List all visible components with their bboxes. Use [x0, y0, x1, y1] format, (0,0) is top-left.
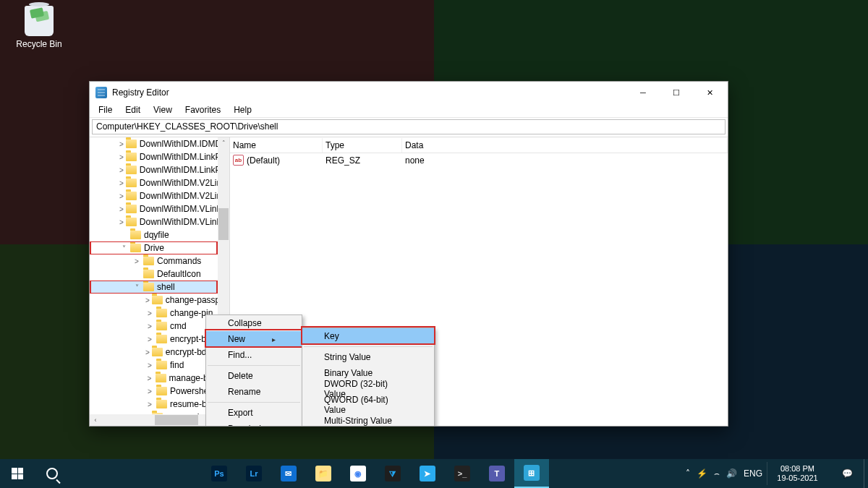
- tree-item[interactable]: DefaultIcon: [90, 267, 218, 281]
- recycle-bin-icon[interactable]: Recycle Bin: [13, 6, 65, 49]
- expand-closed-icon[interactable]: >: [145, 400, 154, 408]
- tree-item[interactable]: ˅Drive: [90, 241, 218, 254]
- value-row[interactable]: ab (Default) REG_SZ none: [230, 153, 728, 167]
- expand-closed-icon[interactable]: >: [145, 296, 150, 304]
- menu-item-collapse[interactable]: Collapse: [206, 315, 302, 331]
- menu-file[interactable]: File: [93, 104, 118, 116]
- expand-closed-icon[interactable]: >: [145, 387, 154, 395]
- col-name-header[interactable]: Name: [230, 138, 323, 153]
- menu-help[interactable]: Help: [228, 104, 258, 116]
- col-data-header[interactable]: Data: [402, 138, 728, 153]
- language-indicator[interactable]: ENG: [744, 468, 762, 479]
- start-button[interactable]: [0, 459, 35, 488]
- taskbar-app-lightroom[interactable]: Lr: [237, 459, 271, 488]
- expand-closed-icon[interactable]: >: [145, 348, 150, 356]
- tray-chevron-icon[interactable]: ˄: [686, 468, 690, 479]
- menu-item-rename[interactable]: Rename: [206, 384, 302, 400]
- close-button[interactable]: ✕: [693, 82, 726, 103]
- expand-closed-icon[interactable]: >: [145, 361, 154, 369]
- taskbar-app-vscode[interactable]: ⧩: [375, 459, 410, 488]
- tree-item[interactable]: >manage-bde: [90, 372, 218, 385]
- system-tray[interactable]: ˄ ⚡ ⌢ 🔊 ENG: [681, 468, 767, 479]
- address-bar[interactable]: Computer\HKEY_CLASSES_ROOT\Drive\shell: [92, 119, 726, 134]
- expand-closed-icon[interactable]: >: [145, 309, 154, 317]
- taskbar-app-mail[interactable]: ✉: [271, 459, 306, 488]
- titlebar[interactable]: Registry Editor ─ ☐ ✕: [90, 82, 728, 103]
- minimize-button[interactable]: ─: [626, 82, 660, 103]
- expand-open-icon[interactable]: ˅: [119, 244, 128, 252]
- expand-closed-icon[interactable]: >: [145, 335, 154, 343]
- volume-icon[interactable]: 🔊: [726, 468, 737, 479]
- maximize-button[interactable]: ☐: [660, 82, 693, 103]
- tree-item[interactable]: >DownlWithIDM.VLinkProcessor: [90, 215, 218, 228]
- tree-item[interactable]: >DownlWithIDM.LinkProcessor: [90, 150, 218, 163]
- menu-item-string-value[interactable]: String Value: [302, 349, 434, 365]
- search-button[interactable]: [35, 459, 69, 488]
- taskbar-app-teams[interactable]: T: [480, 459, 514, 488]
- wifi-icon[interactable]: ⌢: [714, 468, 720, 479]
- expand-closed-icon[interactable]: >: [119, 140, 124, 148]
- taskbar-app-photoshop[interactable]: Ps: [202, 459, 237, 488]
- expand-closed-icon[interactable]: >: [119, 166, 124, 174]
- taskbar-app-explorer[interactable]: 📁: [306, 459, 341, 488]
- folder-icon: [143, 270, 154, 278]
- battery-icon[interactable]: ⚡: [697, 468, 707, 479]
- taskbar-clock[interactable]: 08:08 PM 19-05-2021: [767, 462, 830, 485]
- expand-closed-icon[interactable]: >: [145, 322, 154, 330]
- tree-item[interactable]: >Commands: [90, 254, 218, 267]
- col-type-header[interactable]: Type: [323, 138, 402, 153]
- folder-icon: [152, 348, 163, 356]
- taskbar-app-terminal[interactable]: >_: [445, 459, 480, 488]
- menu-item-permissions[interactable]: Permissions...: [206, 421, 302, 426]
- menu-item-new[interactable]: New▸: [206, 331, 302, 347]
- expand-closed-icon[interactable]: >: [119, 179, 124, 187]
- menu-favorites[interactable]: Favorites: [179, 104, 226, 116]
- menu-view[interactable]: View: [148, 104, 178, 116]
- tree-item[interactable]: >cmd: [90, 320, 218, 333]
- scroll-up-button[interactable]: ˄: [218, 137, 229, 149]
- taskbar-app-chrome[interactable]: ◉: [341, 459, 375, 488]
- tree-item[interactable]: >encrypt-bde: [90, 333, 218, 346]
- tree-item[interactable]: >find: [90, 359, 218, 372]
- scroll-thumb[interactable]: [218, 208, 229, 240]
- tree-item[interactable]: >change-passphrase: [90, 294, 218, 307]
- expand-closed-icon[interactable]: >: [119, 205, 124, 213]
- scroll-left-button[interactable]: ‹: [90, 414, 101, 426]
- scroll-thumb[interactable]: [155, 415, 198, 425]
- tree-item[interactable]: >DownlWithIDM.V2LinkProcessor: [90, 176, 218, 189]
- tree-item[interactable]: >Powershell: [90, 385, 218, 398]
- scroll-track[interactable]: [101, 414, 206, 426]
- tree-item[interactable]: >DownlWithIDM.V2LinkProcessor: [90, 189, 218, 202]
- expand-closed-icon[interactable]: >: [132, 257, 141, 265]
- menu-item-find[interactable]: Find...: [206, 347, 302, 363]
- tree-item[interactable]: >change-pin: [90, 307, 218, 320]
- expand-open-icon[interactable]: ˅: [132, 283, 141, 291]
- action-center-button[interactable]: 💬: [830, 459, 864, 488]
- menu-item-delete[interactable]: Delete: [206, 368, 302, 384]
- tree-item[interactable]: >DownlWithIDM.LinkProcessor: [90, 163, 218, 176]
- list-header[interactable]: Name Type Data: [230, 137, 728, 153]
- folder-icon: [152, 296, 163, 304]
- tree-horizontal-scrollbar[interactable]: ‹ ›: [90, 414, 218, 426]
- menu-item-key[interactable]: Key: [302, 328, 434, 344]
- value-name: (Default): [247, 155, 280, 166]
- menu-edit[interactable]: Edit: [119, 104, 146, 116]
- tree-item[interactable]: dqyfile: [90, 228, 218, 241]
- tree-item[interactable]: ˅shell: [90, 281, 218, 294]
- tree-item[interactable]: >DownlWithIDM.VLinkProcessor: [90, 202, 218, 215]
- show-desktop-button[interactable]: [864, 459, 868, 488]
- tree-content[interactable]: >DownlWithIDM.IDMDwnlM>DownlWithIDM.Link…: [90, 137, 218, 414]
- submenu-arrow-icon: ▸: [272, 335, 276, 343]
- expand-closed-icon[interactable]: >: [119, 192, 124, 200]
- expand-closed-icon[interactable]: >: [119, 153, 124, 161]
- desktop: Recycle Bin Registry Editor ─ ☐ ✕ File E…: [0, 0, 868, 488]
- expand-closed-icon[interactable]: >: [119, 218, 124, 226]
- tree-item[interactable]: >encrypt-bde-elev: [90, 346, 218, 359]
- tree-item[interactable]: >DownlWithIDM.IDMDwnlM: [90, 137, 218, 150]
- menu-item-export[interactable]: Export: [206, 405, 302, 421]
- tree-item[interactable]: >resume-bde: [90, 398, 218, 411]
- taskbar-app-registry-editor[interactable]: ⊞: [514, 459, 549, 488]
- expand-closed-icon[interactable]: >: [145, 374, 153, 382]
- taskbar-app-telegram[interactable]: ➤: [410, 459, 445, 488]
- menu-item-qword-value[interactable]: QWORD (64-bit) Value: [302, 397, 434, 413]
